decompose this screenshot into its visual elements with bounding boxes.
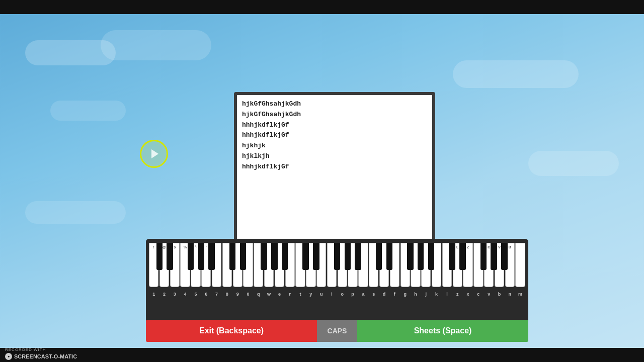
char-label: y xyxy=(306,288,315,300)
char-label: i xyxy=(327,288,337,300)
key-symbol: C xyxy=(488,245,490,249)
char-label: h xyxy=(411,288,420,300)
char-label: p xyxy=(348,288,357,300)
white-key[interactable] xyxy=(212,243,221,287)
white-key[interactable] xyxy=(295,243,305,287)
white-key[interactable]: % xyxy=(180,243,190,287)
white-key[interactable] xyxy=(285,243,295,287)
char-label: 4 xyxy=(180,288,190,300)
cloud-5 xyxy=(528,151,619,176)
white-key[interactable] xyxy=(369,243,378,287)
bottom-bar xyxy=(0,348,644,362)
white-key[interactable] xyxy=(254,243,263,287)
white-key[interactable] xyxy=(421,243,431,287)
white-key[interactable]: C xyxy=(484,243,494,287)
char-label: 0 xyxy=(243,288,253,300)
white-key[interactable] xyxy=(306,243,315,287)
char-label: c xyxy=(473,288,483,300)
sheets-button[interactable]: Sheets (Space) xyxy=(357,320,528,342)
notepad-line: hhhjkdflkjGf xyxy=(242,130,427,141)
char-label: j xyxy=(421,288,431,300)
keyboard-area: !@$%^'LZCVB 1234567890qwertyuiopasdfghjk… xyxy=(146,239,528,324)
cloud-2 xyxy=(101,30,211,60)
char-label: d xyxy=(379,288,389,300)
char-label: a xyxy=(358,288,368,300)
notepad-line: hhhjkdflkjGf xyxy=(242,162,427,172)
char-label: n xyxy=(505,288,515,300)
char-label: 6 xyxy=(201,288,211,300)
white-key[interactable] xyxy=(264,243,274,287)
action-buttons-bar: Exit (Backspace) CAPS Sheets (Space) xyxy=(146,320,528,342)
cursor-indicator xyxy=(140,140,168,168)
key-symbol: L xyxy=(456,245,458,249)
cloud-4 xyxy=(50,101,126,121)
white-key[interactable] xyxy=(338,243,347,287)
key-symbol: ! xyxy=(153,245,154,249)
white-key[interactable] xyxy=(243,243,253,287)
char-label: r xyxy=(285,288,295,300)
brand-name: SCREENCAST-O-MATIC xyxy=(14,353,77,360)
caps-button[interactable]: CAPS xyxy=(317,320,357,342)
white-key[interactable] xyxy=(400,243,410,287)
white-key[interactable]: ^ xyxy=(191,243,200,287)
white-key[interactable] xyxy=(222,243,232,287)
key-symbol: % xyxy=(184,245,187,249)
keys-row: !@$%^'LZCVB xyxy=(149,243,525,287)
white-key[interactable]: Z xyxy=(463,243,472,287)
char-labels-row: 1234567890qwertyuiopasdfghjklzxcvbnm xyxy=(149,288,525,300)
key-symbol: ^ xyxy=(195,245,197,249)
char-label: x xyxy=(463,288,472,300)
notepad-line: hjklkjh xyxy=(242,151,427,162)
white-key[interactable] xyxy=(327,243,337,287)
char-label: 7 xyxy=(212,288,221,300)
char-label: f xyxy=(390,288,399,300)
white-key[interactable] xyxy=(390,243,399,287)
white-key[interactable]: V xyxy=(495,243,504,287)
key-symbol: B xyxy=(509,245,511,249)
char-label: z xyxy=(453,288,462,300)
char-label: v xyxy=(484,288,494,300)
watermark: RECORDED WITH ● SCREENCAST-O-MATIC xyxy=(5,347,77,360)
key-symbol: Z xyxy=(467,245,469,249)
exit-button[interactable]: Exit (Backspace) xyxy=(146,320,317,342)
screencast-icon: ● xyxy=(5,353,12,360)
white-key[interactable] xyxy=(515,243,525,287)
char-label: m xyxy=(515,288,525,300)
char-label: 9 xyxy=(233,288,243,300)
key-symbol: $ xyxy=(174,245,176,249)
white-key[interactable] xyxy=(411,243,420,287)
white-key[interactable] xyxy=(275,243,284,287)
cloud-6 xyxy=(25,201,126,224)
white-key[interactable] xyxy=(358,243,368,287)
white-key[interactable]: ! xyxy=(149,243,158,287)
char-label: s xyxy=(369,288,378,300)
char-label: 3 xyxy=(170,288,180,300)
white-key[interactable]: B xyxy=(505,243,515,287)
white-key[interactable]: L xyxy=(453,243,462,287)
white-key[interactable] xyxy=(379,243,389,287)
white-key[interactable]: ' xyxy=(201,243,211,287)
cursor-arrow-icon xyxy=(151,149,158,158)
char-label: q xyxy=(254,288,263,300)
white-key[interactable] xyxy=(348,243,357,287)
white-key[interactable] xyxy=(316,243,326,287)
char-label: o xyxy=(338,288,347,300)
white-key[interactable]: $ xyxy=(170,243,180,287)
white-keys: !@$%^'LZCVB xyxy=(149,243,525,287)
white-key[interactable] xyxy=(432,243,441,287)
key-symbol: ' xyxy=(206,245,207,249)
notepad-line: hjkhjk xyxy=(242,141,427,151)
white-key[interactable]: @ xyxy=(159,243,169,287)
key-symbol: V xyxy=(498,245,501,249)
white-key[interactable] xyxy=(442,243,452,287)
char-label: e xyxy=(275,288,284,300)
char-label: g xyxy=(400,288,410,300)
char-label: 1 xyxy=(149,288,158,300)
white-key[interactable] xyxy=(473,243,483,287)
char-label: b xyxy=(495,288,504,300)
top-bar xyxy=(0,0,644,14)
recorded-with-label: RECORDED WITH xyxy=(5,347,77,352)
white-key[interactable] xyxy=(233,243,243,287)
char-label: 5 xyxy=(191,288,200,300)
char-label: 8 xyxy=(222,288,232,300)
